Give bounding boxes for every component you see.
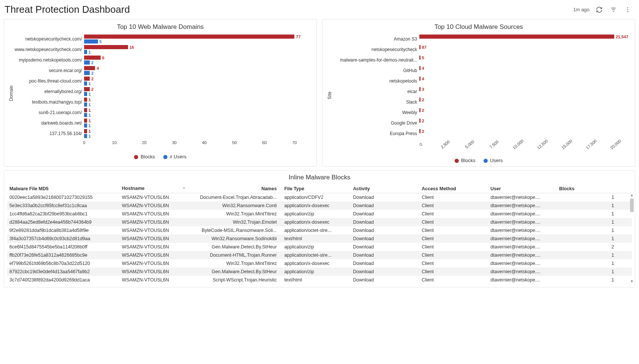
cell: Download	[351, 226, 419, 235]
x-tick-label: 7,500	[488, 139, 499, 149]
table-row[interactable]: d2884aa25ed8efd2e4ea456b744364b9WSAMZN-V…	[7, 218, 632, 226]
col-names[interactable]: Names	[188, 184, 282, 193]
bar-row: 4	[419, 76, 631, 86]
table-scrollbar[interactable]: ▲ ▼	[630, 193, 634, 283]
table-row[interactable]: 87922cbc19d3e0def4d13aa5467fa9b2WSAMZN-V…	[7, 268, 632, 276]
col-access[interactable]: Access Method	[419, 184, 488, 193]
bar-users[interactable]	[84, 50, 87, 54]
legend-item-blocks[interactable]: Blocks	[134, 154, 155, 159]
bar-users[interactable]	[84, 81, 87, 86]
bar-row: 4	[419, 65, 631, 76]
bar-blocks[interactable]	[84, 45, 128, 49]
cell: application/zip	[282, 268, 351, 276]
bar-blocks[interactable]	[84, 77, 90, 81]
bar-blocks[interactable]	[419, 129, 420, 133]
bar-row: 42	[84, 65, 313, 76]
scroll-up-icon[interactable]: ▲	[630, 193, 634, 197]
bar-blocks[interactable]	[419, 45, 420, 49]
bar-blocks[interactable]	[419, 77, 420, 81]
category-label: Slack	[333, 97, 419, 107]
col-user[interactable]: User	[488, 184, 557, 193]
y-axis-categories: netskopesecuritycheck.com/www.netskopese…	[15, 34, 84, 153]
bar-blocks[interactable]	[419, 108, 420, 112]
table-row[interactable]: ffb20f73e26fe51a8312a4626685bc9eWSAMZN-V…	[7, 251, 632, 259]
bar-blocks[interactable]	[84, 98, 87, 102]
svg-point-5	[627, 11, 628, 12]
cell: Document-HTML.Trojan.Runner	[188, 251, 282, 259]
legend-item-blocks[interactable]: Blocks	[455, 158, 475, 163]
bar-blocks[interactable]	[419, 35, 614, 39]
category-label: malware-samples-for-demos-neutrali...	[333, 55, 419, 65]
bar-blocks[interactable]	[84, 56, 101, 60]
cell: Client	[419, 193, 488, 202]
cell: d2884aa25ed8efd2e4ea456b744364b9	[7, 218, 120, 226]
bar-users[interactable]	[84, 102, 87, 107]
cell: WSAMZN-VTOUSL6N	[120, 268, 188, 276]
cell: Document-Excel.Trojan.Abracadab...	[188, 193, 282, 202]
category-label: Amazon S3	[333, 34, 419, 44]
bar-users[interactable]	[84, 134, 87, 138]
table-row[interactable]: ef799b5261fd69b56c8b70a3d22d5120WSAMZN-V…	[7, 259, 632, 268]
cell: Download	[351, 218, 419, 226]
scroll-thumb[interactable]	[630, 199, 634, 212]
cell: 5e3ec333a0b2ccf85fcc8ef31c1c8caa	[7, 202, 120, 210]
table-row[interactable]: 3f4a3c07357cb4d69c0c93cb2d81d9aaWSAMZN-V…	[7, 235, 632, 243]
bar-value-label: 5	[422, 56, 424, 60]
bar-blocks[interactable]	[419, 119, 420, 123]
table-row[interactable]: 3c7d740f238f892da4200d9269dd1acaWSAMZN-V…	[7, 276, 632, 284]
bar-blocks[interactable]	[84, 108, 87, 112]
bar-blocks[interactable]	[419, 87, 420, 91]
cell: dtavernier@netskope....	[488, 218, 557, 226]
col-hostname[interactable]: Hostname	[120, 184, 188, 193]
table-row[interactable]: 0020eec1a5893e216800710273029155WSAMZN-V…	[7, 193, 632, 202]
bar-users[interactable]	[84, 71, 90, 75]
refresh-icon[interactable]	[595, 5, 604, 14]
bar-blocks[interactable]	[84, 129, 87, 133]
bar-value-label: 3	[422, 87, 424, 92]
table-row[interactable]: 1cc4ffd6a62ca23bf29be953bcab8bc1WSAMZN-V…	[7, 210, 632, 218]
cell: dtavernier@netskope....	[488, 235, 557, 243]
bar-blocks[interactable]	[419, 98, 420, 102]
bar-users[interactable]	[84, 92, 87, 96]
table-row[interactable]: 6ce6f415d8475545be5ba114f208b0ffWSAMZN-V…	[7, 243, 632, 251]
bar-users[interactable]	[84, 113, 87, 117]
x-tick-label: 30	[172, 140, 176, 145]
scroll-down-icon[interactable]: ▼	[630, 280, 634, 283]
bar-users[interactable]	[84, 39, 98, 44]
bar-value-label: 1	[89, 81, 91, 86]
col-activity[interactable]: Activity	[351, 184, 419, 193]
x-tick-label: 0	[83, 140, 85, 145]
bar-blocks[interactable]	[84, 119, 87, 123]
cell: 1	[557, 202, 619, 210]
legend-item-users[interactable]: Users	[484, 158, 503, 163]
table-row[interactable]: 9f2e89281ddaf9b1dca8b381a4d58f9eWSAMZN-V…	[7, 226, 632, 235]
cell: WSAMZN-VTOUSL6N	[120, 243, 188, 251]
x-tick-label: 60	[262, 140, 267, 145]
filter-icon[interactable]	[609, 5, 618, 14]
legend-item-users[interactable]: # Users	[163, 154, 187, 159]
bar-row: 11	[84, 128, 313, 139]
col-blocks[interactable]: Blocks	[557, 184, 619, 193]
chevron-down-icon[interactable]	[182, 186, 186, 191]
bar-blocks[interactable]	[84, 87, 90, 91]
col-filetype[interactable]: File Type	[282, 184, 351, 193]
bar-blocks[interactable]	[419, 56, 420, 60]
bar-row: 21	[84, 76, 313, 86]
table-body: 0020eec1a5893e216800710273029155WSAMZN-V…	[7, 193, 632, 284]
header-actions: 1m ago	[573, 5, 632, 14]
table-row[interactable]: 5e3ec333a0b2ccf85fcc8ef31c1c8caaWSAMZN-V…	[7, 202, 632, 210]
bar-users[interactable]	[84, 60, 90, 65]
more-icon[interactable]	[623, 5, 632, 14]
cell: 1	[557, 235, 619, 243]
bar-blocks[interactable]	[84, 35, 294, 39]
cell: dtavernier@netskope....	[488, 193, 557, 202]
bar-blocks[interactable]	[84, 66, 95, 70]
svg-point-4	[627, 9, 628, 10]
category-label: netskopesecuritycheck	[333, 44, 419, 55]
bar-users[interactable]	[84, 123, 87, 128]
col-md5[interactable]: Malware File MD5	[7, 184, 120, 193]
bar-value-label: 1	[89, 123, 91, 128]
dashboard-header: Threat Protection Dashboard 1m ago	[0, 0, 639, 18]
bar-value-label: 2	[91, 60, 93, 65]
bar-blocks[interactable]	[419, 66, 420, 70]
